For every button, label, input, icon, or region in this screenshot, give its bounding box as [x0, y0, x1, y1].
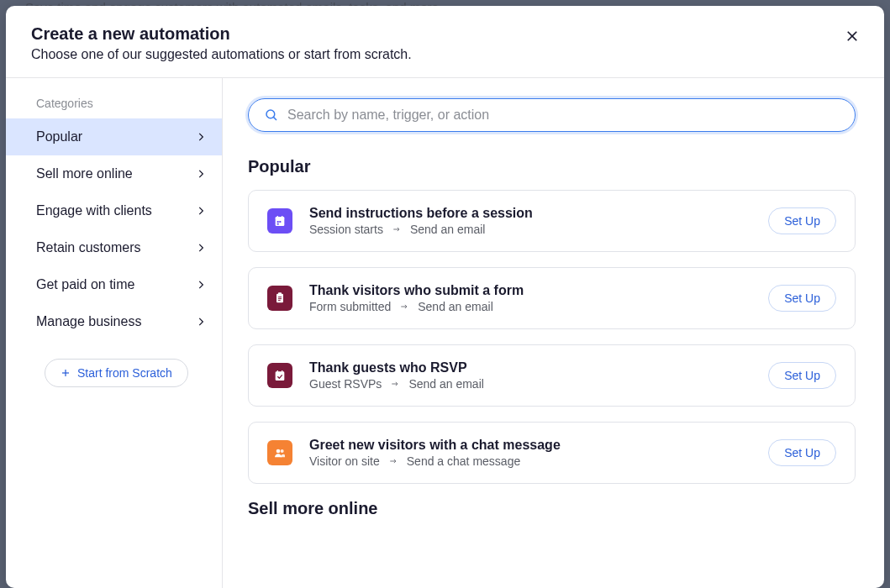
card-action: Send an email [418, 300, 493, 313]
close-icon [845, 29, 860, 44]
card-subtitle: Session startsSend an email [309, 223, 751, 236]
sidebar: Categories PopularSell more onlineEngage… [6, 78, 223, 588]
people-icon [267, 440, 292, 465]
card-trigger: Visitor on site [309, 454, 380, 468]
svg-rect-20 [276, 371, 285, 381]
card-content: Thank guests who RSVPGuest RSVPsSend an … [309, 360, 751, 391]
close-button[interactable] [840, 24, 864, 48]
sidebar-item-get-paid-on-time[interactable]: Get paid on time [6, 266, 222, 303]
automation-card[interactable]: Thank guests who RSVPGuest RSVPsSend an … [248, 344, 856, 407]
card-trigger: Form submitted [309, 300, 391, 313]
chevron-right-icon [195, 242, 207, 254]
automation-card[interactable]: Greet new visitors with a chat messageVi… [248, 422, 856, 484]
card-title: Thank visitors who submit a form [309, 283, 751, 298]
arrow-right-icon [390, 380, 400, 388]
setup-button[interactable]: Set Up [768, 285, 836, 312]
clipboard-icon [267, 286, 292, 311]
search-input[interactable] [287, 108, 840, 123]
modal-subtitle: Choose one of our suggested automations … [31, 47, 859, 62]
sidebar-header: Categories [6, 97, 222, 118]
automation-card[interactable]: Send instructions before a sessionSessio… [248, 190, 856, 252]
chevron-right-icon [195, 279, 207, 291]
modal-body: Categories PopularSell more onlineEngage… [6, 77, 884, 588]
svg-rect-9 [279, 221, 281, 223]
start-from-scratch-label: Start from Scratch [77, 366, 172, 380]
svg-rect-10 [277, 223, 279, 225]
arrow-right-icon [388, 457, 398, 465]
svg-point-4 [266, 110, 275, 118]
search-field[interactable] [248, 98, 856, 132]
card-content: Send instructions before a sessionSessio… [309, 206, 751, 236]
sidebar-item-label: Sell more online [36, 166, 133, 181]
calendar-icon [267, 208, 292, 234]
section-title: Popular [248, 157, 856, 176]
card-title: Send instructions before a session [309, 206, 751, 221]
sidebar-item-engage-with-clients[interactable]: Engage with clients [6, 192, 222, 229]
modal-title: Create a new automation [31, 24, 859, 44]
arrow-right-icon [399, 302, 409, 311]
svg-rect-15 [278, 292, 282, 295]
card-content: Thank visitors who submit a formForm sub… [309, 283, 751, 313]
card-trigger: Session starts [309, 223, 383, 236]
card-subtitle: Visitor on siteSend a chat message [309, 454, 751, 468]
arrow-right-icon [392, 225, 402, 234]
svg-point-25 [281, 449, 284, 453]
card-content: Greet new visitors with a chat messageVi… [309, 438, 751, 468]
chevron-right-icon [195, 316, 207, 328]
card-trigger: Guest RSVPs [309, 377, 382, 391]
svg-rect-7 [276, 217, 285, 219]
sidebar-item-popular[interactable]: Popular [6, 118, 222, 155]
modal-header: Create a new automation Choose one of ou… [6, 6, 884, 77]
plus-icon [61, 368, 71, 378]
svg-point-24 [276, 449, 281, 454]
create-automation-modal: Create a new automation Choose one of ou… [6, 6, 884, 588]
main-content: PopularSend instructions before a sessio… [223, 78, 884, 588]
chevron-right-icon [195, 131, 207, 143]
sidebar-item-retain-customers[interactable]: Retain customers [6, 229, 222, 266]
svg-rect-14 [276, 294, 283, 303]
setup-button[interactable]: Set Up [768, 207, 836, 234]
sidebar-item-label: Popular [36, 129, 82, 144]
chevron-right-icon [195, 205, 207, 217]
setup-button[interactable]: Set Up [768, 439, 836, 466]
start-from-scratch-button[interactable]: Start from Scratch [45, 359, 188, 387]
search-icon [264, 108, 279, 123]
card-subtitle: Form submittedSend an email [309, 300, 751, 313]
sidebar-item-manage-business[interactable]: Manage business [6, 303, 222, 340]
card-subtitle: Guest RSVPsSend an email [309, 377, 751, 391]
sidebar-item-sell-more-online[interactable]: Sell more online [6, 155, 222, 192]
card-title: Greet new visitors with a chat message [309, 438, 751, 453]
card-action: Send an email [408, 377, 484, 391]
section-title: Sell more online [248, 499, 856, 518]
card-title: Thank guests who RSVP [309, 360, 751, 375]
sidebar-item-label: Get paid on time [36, 277, 134, 292]
calendar-check-icon [267, 363, 292, 388]
card-action: Send an email [410, 223, 486, 236]
setup-button[interactable]: Set Up [768, 362, 836, 389]
svg-rect-8 [277, 221, 279, 223]
sidebar-item-label: Retain customers [36, 240, 141, 255]
automation-card[interactable]: Thank visitors who submit a formForm sub… [248, 267, 856, 329]
chevron-right-icon [195, 168, 207, 180]
svg-line-5 [273, 117, 276, 120]
card-action: Send a chat message [407, 454, 520, 468]
sidebar-item-label: Engage with clients [36, 203, 152, 218]
sidebar-item-label: Manage business [36, 314, 141, 329]
